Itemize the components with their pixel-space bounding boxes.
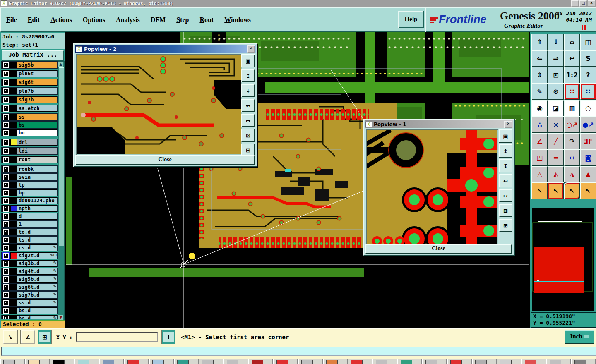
pan-right-icon[interactable]: ↦: [241, 114, 255, 127]
measure-diag-icon[interactable]: ↘: [3, 330, 17, 344]
menu-dfm[interactable]: DFM: [145, 16, 171, 24]
pause-icon[interactable]: [582, 25, 586, 30]
detach-view-icon[interactable]: ▣: [241, 54, 255, 67]
layer-checkbox[interactable]: [3, 245, 9, 251]
ss.etch[interactable]: ss.etch: [1, 105, 58, 112]
popview-2-close-icon[interactable]: ✕: [247, 46, 255, 53]
pln6t[interactable]: pln6t: [1, 70, 58, 77]
measure-slope-icon[interactable]: ╱: [548, 133, 564, 150]
layer-checkbox[interactable]: [3, 190, 9, 196]
sig6t.d[interactable]: sig6t.d ✎: [1, 283, 58, 291]
drl[interactable]: drl: [1, 139, 58, 146]
layer-checkbox[interactable]: [3, 182, 9, 188]
layer-checkbox[interactable]: [3, 79, 9, 86]
bo.d[interactable]: bo.d ✎: [1, 315, 58, 319]
layer-checkbox[interactable]: [3, 229, 9, 235]
layer-checkbox[interactable]: [3, 276, 9, 283]
menu-options[interactable]: Options: [77, 16, 111, 24]
measure-ok-icon[interactable]: ∠: [21, 330, 35, 344]
edit-tools-icon[interactable]: ✎: [531, 83, 548, 100]
menu-step[interactable]: Step: [171, 16, 194, 24]
swap-filled-icon[interactable]: ●↗: [580, 116, 596, 133]
zoom-fit-icon[interactable]: ⊠: [241, 129, 255, 142]
layer-checkbox[interactable]: [3, 114, 9, 120]
dd001124.pho[interactable]: dd001124.pho: [1, 197, 58, 204]
layer-name[interactable]: bp: [17, 190, 57, 196]
layer-checkbox[interactable]: [3, 130, 9, 136]
layer-checkbox[interactable]: [3, 105, 9, 112]
layer-checkbox[interactable]: [3, 292, 9, 298]
scroll-up-icon[interactable]: ▲: [58, 62, 63, 67]
pan-left-icon[interactable]: ⇐: [531, 50, 548, 67]
detach-view-icon[interactable]: ▣: [499, 129, 512, 143]
layer-name[interactable]: rout: [17, 157, 57, 163]
zoom-center-icon[interactable]: ⊡: [548, 67, 564, 84]
layer-checkbox[interactable]: [3, 97, 9, 103]
palette-swatch[interactable]: [397, 359, 422, 364]
select-net-icon[interactable]: ↖: [580, 182, 596, 199]
pan-left-icon[interactable]: ↤: [241, 99, 255, 112]
menu-actions[interactable]: Actions: [45, 16, 77, 24]
palette-swatch[interactable]: [522, 359, 546, 364]
maximize-button[interactable]: □: [579, 0, 587, 7]
zoom-in-icon[interactable]: ↥: [241, 69, 255, 82]
transform-feature-icon[interactable]: ◪: [548, 100, 564, 117]
layer-name[interactable]: bo: [17, 130, 57, 136]
layer-name[interactable]: bs.d: [17, 308, 57, 314]
layer-checkbox[interactable]: [3, 261, 9, 267]
palette-swatch[interactable]: [99, 359, 124, 364]
ss.d[interactable]: ss.d ✎: [1, 299, 58, 307]
sig3b.d[interactable]: sig3b.d ✎: [1, 260, 58, 267]
zoom-expand-icon[interactable]: ⇕: [531, 67, 548, 84]
mirror-flip-icon[interactable]: ƎF: [580, 133, 596, 150]
palette-swatch[interactable]: [149, 359, 174, 364]
palette-swatch[interactable]: [199, 359, 223, 364]
layer-checkbox[interactable]: [3, 174, 9, 180]
menu-file[interactable]: File: [1, 16, 22, 24]
layer-name[interactable]: bo.d: [17, 316, 57, 319]
layer-name[interactable]: sig6t: [17, 79, 57, 85]
sig2t.d[interactable]: sig2t.d ✎⊞: [1, 252, 58, 259]
swap-open-icon[interactable]: ○↗: [564, 116, 580, 133]
stretch-line-icon[interactable]: ═: [548, 149, 564, 166]
layer-name[interactable]: sig3b.d: [17, 261, 57, 266]
bs[interactable]: bs: [1, 121, 58, 129]
popview-1-window[interactable]: ╳ Popview - 1 ✕: [363, 119, 515, 256]
pan-right-icon[interactable]: ↦: [499, 189, 512, 202]
pln7b[interactable]: pln7b: [1, 87, 58, 95]
palette-swatch[interactable]: [248, 359, 273, 364]
palette-swatch[interactable]: [74, 359, 99, 364]
layer-checkbox[interactable]: [3, 253, 9, 259]
menu-windows[interactable]: Windows: [219, 16, 256, 24]
menu-analysis[interactable]: Analysis: [111, 16, 145, 24]
xy-input[interactable]: [76, 332, 158, 342]
layer-name[interactable]: 1: [17, 221, 57, 227]
popview-1-viewport[interactable]: [366, 129, 498, 244]
layer-name[interactable]: sig7b.d: [17, 292, 57, 298]
popview-2-titlebar[interactable]: ╳ Popview - 2 ✕: [75, 45, 256, 53]
net-probe-a-icon[interactable]: ∷: [564, 83, 580, 100]
layer-name[interactable]: ss: [17, 114, 57, 120]
layer-name[interactable]: drl: [17, 139, 57, 145]
sig7b.d[interactable]: sig7b.d ✎: [1, 291, 58, 299]
layer-name[interactable]: ldi: [17, 148, 57, 154]
arrow-tool-4-icon[interactable]: ▲: [580, 166, 596, 183]
layer-checkbox[interactable]: [3, 88, 9, 94]
layer-name[interactable]: cs.d: [17, 245, 57, 251]
layer-checkbox[interactable]: [3, 157, 9, 163]
pan-right-icon[interactable]: ⇒: [548, 50, 564, 67]
connect-net-icon[interactable]: ∴: [531, 116, 548, 133]
move-feature-icon[interactable]: ◉: [531, 100, 548, 117]
sig7b[interactable]: sig7b: [1, 96, 58, 103]
layer-checkbox[interactable]: [3, 213, 9, 220]
zoom-out-icon[interactable]: ↧: [241, 84, 255, 97]
popview-2-viewport[interactable]: [76, 54, 242, 155]
layer-name[interactable]: d: [17, 213, 57, 219]
layer-name[interactable]: svia: [17, 174, 57, 180]
origin-probe-icon[interactable]: ⊙: [548, 83, 564, 100]
tp[interactable]: tp: [1, 181, 58, 189]
sig6t[interactable]: sig6t: [1, 79, 58, 86]
palette-swatch[interactable]: [273, 359, 298, 364]
layer-name[interactable]: ss.d: [17, 300, 57, 306]
previous-view-icon[interactable]: ↩: [564, 50, 580, 67]
